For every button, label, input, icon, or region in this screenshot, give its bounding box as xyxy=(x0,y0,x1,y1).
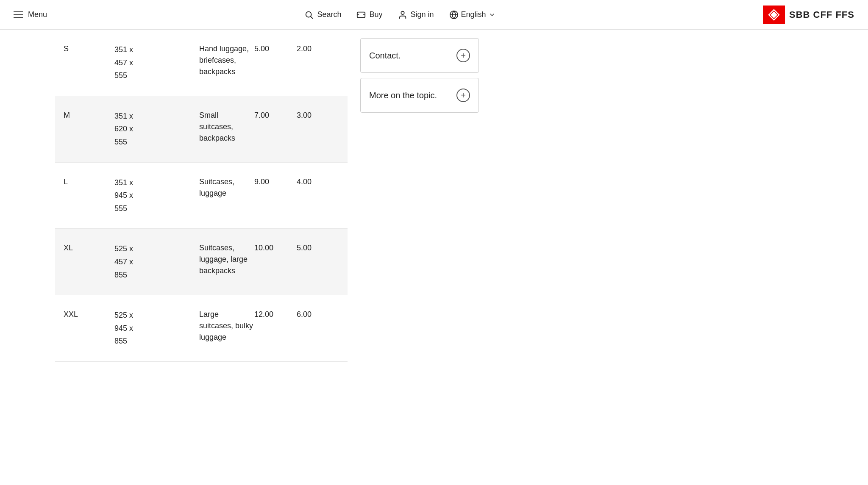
header-right: SBB CFF FFS xyxy=(763,6,854,24)
items-cell: Small suitcases, backpacks xyxy=(199,110,254,144)
header: Menu Search Buy Sign in xyxy=(0,0,868,30)
contact-label: Contact. xyxy=(369,51,401,61)
price1-cell: 7.00 xyxy=(254,110,297,121)
table-row: S 351 x457 x555 Hand luggage, briefcases… xyxy=(55,30,348,96)
signin-nav-item[interactable]: Sign in xyxy=(398,10,434,19)
sbb-logo-text: SBB CFF FFS xyxy=(789,9,854,20)
menu-icon[interactable] xyxy=(14,11,23,18)
more-topic-card[interactable]: More on the topic. xyxy=(360,78,479,113)
price2-cell: 3.00 xyxy=(297,110,339,121)
price2-cell: 5.00 xyxy=(297,242,339,254)
svg-point-5 xyxy=(401,11,404,14)
price1-cell: 10.00 xyxy=(254,242,297,254)
main-content: S 351 x457 x555 Hand luggage, briefcases… xyxy=(0,30,868,362)
search-icon xyxy=(304,10,314,19)
ticket-icon xyxy=(356,10,366,19)
header-center: Search Buy Sign in English xyxy=(304,10,505,19)
size-cell: M xyxy=(64,110,114,121)
content-area: S 351 x457 x555 Hand luggage, briefcases… xyxy=(0,30,348,362)
items-cell: Suitcases, luggage, large backpacks xyxy=(199,242,254,277)
dimensions-cell: 351 x945 x555 xyxy=(114,176,199,215)
table-row: M 351 x620 x555 Small suitcases, backpac… xyxy=(55,96,348,163)
svg-line-1 xyxy=(311,17,313,18)
language-label: English xyxy=(461,10,486,19)
dimensions-cell: 525 x945 x855 xyxy=(114,309,199,348)
size-cell: L xyxy=(64,176,114,188)
size-cell: S xyxy=(64,43,114,55)
header-left: Menu xyxy=(14,10,47,19)
size-cell: XL xyxy=(64,242,114,254)
size-cell: XXL xyxy=(64,309,114,320)
items-cell: Suitcases, luggage xyxy=(199,176,254,199)
price2-cell: 6.00 xyxy=(297,309,339,320)
buy-label: Buy xyxy=(369,10,382,19)
table-row: L 351 x945 x555 Suitcases, luggage 9.00 … xyxy=(55,163,348,229)
menu-label[interactable]: Menu xyxy=(28,10,47,19)
sidebar: Contact. More on the topic. xyxy=(348,30,492,362)
more-topic-label: More on the topic. xyxy=(369,91,437,100)
search-label: Search xyxy=(317,10,341,19)
price2-cell: 2.00 xyxy=(297,43,339,55)
price2-cell: 4.00 xyxy=(297,176,339,188)
items-cell: Large suitcases, bulky luggage xyxy=(199,309,254,343)
search-nav-item[interactable]: Search xyxy=(304,10,341,19)
language-selector[interactable]: English xyxy=(449,10,495,19)
dimensions-cell: 525 x457 x855 xyxy=(114,242,199,281)
dimensions-cell: 351 x457 x555 xyxy=(114,43,199,82)
signin-label: Sign in xyxy=(411,10,434,19)
table-row: XL 525 x457 x855 Suitcases, luggage, lar… xyxy=(55,229,348,295)
price1-cell: 9.00 xyxy=(254,176,297,188)
sbb-logo: SBB CFF FFS xyxy=(763,6,854,24)
sbb-logo-arrow-icon xyxy=(767,8,781,22)
globe-icon xyxy=(449,10,459,19)
sbb-logo-box xyxy=(763,6,785,24)
items-cell: Hand luggage, briefcases, backpacks xyxy=(199,43,254,78)
contact-expand-icon[interactable] xyxy=(456,49,470,62)
table-row: XXL 525 x945 x855 Large suitcases, bulky… xyxy=(55,295,348,362)
contact-card[interactable]: Contact. xyxy=(360,38,479,73)
more-topic-expand-icon[interactable] xyxy=(456,89,470,102)
dimensions-cell: 351 x620 x555 xyxy=(114,110,199,149)
buy-nav-item[interactable]: Buy xyxy=(356,10,382,19)
price1-cell: 12.00 xyxy=(254,309,297,320)
luggage-table: S 351 x457 x555 Hand luggage, briefcases… xyxy=(55,30,348,362)
price1-cell: 5.00 xyxy=(254,43,297,55)
person-icon xyxy=(398,10,407,19)
chevron-down-icon xyxy=(489,11,495,18)
svg-point-0 xyxy=(306,11,312,17)
